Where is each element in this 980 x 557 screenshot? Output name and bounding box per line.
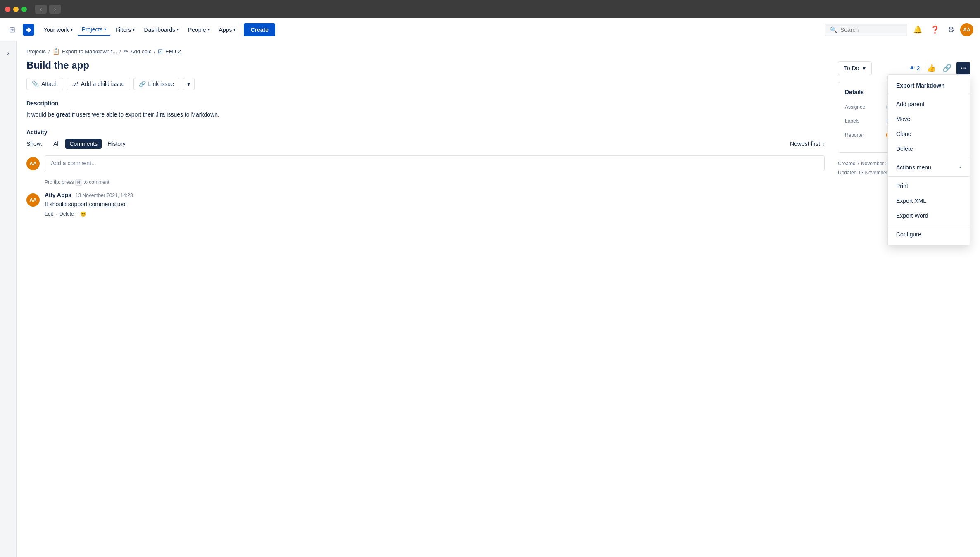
nav-your-work[interactable]: Your work ▾: [39, 24, 77, 36]
search-box[interactable]: 🔍: [825, 24, 907, 36]
reporter-label: Reporter: [845, 132, 886, 138]
avatar[interactable]: AA: [960, 23, 973, 36]
dropdown-configure[interactable]: Configure: [888, 227, 970, 242]
traffic-lights: [5, 7, 27, 12]
chevron-down-icon: ▾: [863, 65, 866, 71]
nav-apps[interactable]: Apps ▾: [215, 24, 240, 36]
notifications-icon[interactable]: 🔔: [911, 23, 925, 37]
issue-title: Build the app: [26, 58, 825, 71]
nav-projects[interactable]: Projects ▾: [78, 24, 111, 36]
dropdown-move[interactable]: Move: [888, 112, 970, 126]
user-avatar: AA: [26, 157, 40, 170]
sidebar-toggle: ›: [0, 41, 17, 557]
dropdown-delete[interactable]: Delete: [888, 141, 970, 156]
create-button[interactable]: Create: [244, 23, 275, 36]
link-issue-button[interactable]: 🔗 Link issue: [133, 78, 179, 90]
assignee-label: Assignee: [845, 104, 886, 110]
activity-header: Show: All Comments History Newest first …: [26, 139, 825, 149]
more-menu-button[interactable]: ···: [956, 62, 970, 74]
forward-button[interactable]: ›: [49, 5, 61, 14]
watchers-button[interactable]: 👁 2: [908, 63, 922, 73]
more-actions-button[interactable]: ▾: [183, 78, 195, 90]
maximize-traffic-light[interactable]: [21, 7, 27, 12]
nav-dashboards[interactable]: Dashboards ▾: [140, 24, 183, 36]
comment-text: It should support comments too!: [45, 200, 825, 209]
dropdown-separator-1: [888, 158, 970, 158]
status-header: To Do ▾ 👁 2 👍 🔗: [838, 61, 970, 75]
emoji-button[interactable]: 😊: [80, 211, 86, 217]
navbar: ⊞ ◆ Your work ▾ Projects ▾ Filters ▾ Das…: [0, 18, 980, 41]
titlebar: ‹ ›: [0, 0, 980, 18]
nav-people[interactable]: People ▾: [184, 24, 214, 36]
dropdown-export-word[interactable]: Export Word: [888, 208, 970, 223]
activity-filters: All Comments History: [49, 139, 130, 149]
search-icon: 🔍: [830, 26, 837, 33]
delete-comment-button[interactable]: Delete: [59, 211, 74, 217]
chevron-down-icon: ▾: [177, 27, 179, 32]
status-button[interactable]: To Do ▾: [838, 61, 872, 75]
sort-button[interactable]: Newest first ↕: [790, 140, 825, 147]
comment-meta: Atly Apps 13 November 2021, 14:23: [45, 192, 825, 198]
breadcrumb-epic[interactable]: Add epic: [131, 48, 152, 55]
chevron-down-icon: ▾: [133, 27, 135, 32]
comment-date: 13 November 2021, 14:23: [76, 193, 133, 198]
nav-items: Your work ▾ Projects ▾ Filters ▾ Dashboa…: [39, 23, 823, 36]
commenter-avatar: AA: [26, 193, 40, 207]
comments-link[interactable]: comments: [89, 201, 116, 207]
close-traffic-light[interactable]: [5, 7, 10, 12]
dropdown-clone[interactable]: Clone: [888, 126, 970, 141]
dropdown-export-markdown[interactable]: Export Markdown: [888, 78, 970, 95]
watchers-count: 2: [917, 65, 920, 71]
comment-input[interactable]: Add a comment...: [45, 155, 825, 171]
filter-all-button[interactable]: All: [49, 139, 64, 149]
comment-author: Atly Apps: [45, 192, 71, 198]
activity-section: Activity Show: All Comments History Newe…: [26, 129, 825, 217]
dropdown-add-parent[interactable]: Add parent: [888, 97, 970, 112]
issue-area: Build the app 📎 Attach ⎇ Add a child iss…: [17, 58, 980, 557]
show-label: Show:: [26, 140, 43, 147]
dropdown-separator-3: [888, 225, 970, 225]
chevron-down-icon: ▾: [71, 27, 73, 32]
nav-filters[interactable]: Filters ▾: [111, 24, 139, 36]
issue-main: Build the app 📎 Attach ⎇ Add a child iss…: [26, 58, 825, 557]
comment-item: AA Atly Apps 13 November 2021, 14:23 It …: [26, 192, 825, 217]
search-input[interactable]: [840, 26, 898, 33]
breadcrumb: Projects / 📋 Export to Markdown f... / ✏…: [17, 41, 980, 58]
description-text: It would be great if users were able to …: [26, 110, 825, 119]
keyboard-shortcut: M: [75, 179, 82, 186]
toggle-sidebar-button[interactable]: ›: [7, 50, 9, 56]
dropdown-actions-menu[interactable]: Actions menu •: [888, 160, 970, 175]
chevron-down-icon: ▾: [208, 27, 210, 32]
back-button[interactable]: ‹: [35, 5, 47, 14]
sort-icon: ↕: [822, 140, 825, 147]
child-icon: ⎇: [72, 81, 78, 87]
paperclip-icon: 📎: [32, 81, 39, 87]
settings-icon[interactable]: ⚙: [945, 23, 957, 37]
breadcrumb-projects[interactable]: Projects: [26, 48, 46, 55]
dropdown-export-xml[interactable]: Export XML: [888, 193, 970, 208]
navbar-right: 🔍 🔔 ❓ ⚙ AA: [825, 23, 973, 37]
share-button[interactable]: 🔗: [941, 62, 953, 74]
comment-input-area: AA Add a comment...: [26, 155, 825, 171]
attach-button[interactable]: 📎 Attach: [26, 78, 63, 90]
main-content: Projects / 📋 Export to Markdown f... / ✏…: [17, 41, 980, 557]
edit-comment-button[interactable]: Edit: [45, 211, 53, 217]
like-button[interactable]: 👍: [925, 62, 937, 74]
filter-history-button[interactable]: History: [103, 139, 130, 149]
labels-label: Labels: [845, 118, 886, 124]
help-icon[interactable]: ❓: [928, 23, 942, 37]
content-area: › Projects / 📋 Export to Markdown f... /…: [0, 41, 980, 557]
breadcrumb-repo[interactable]: Export to Markdown f...: [62, 48, 117, 55]
dropdown-print[interactable]: Print: [888, 179, 970, 193]
dropdown-menu: Export Markdown Add parent Move Clone De…: [887, 74, 970, 245]
minimize-traffic-light[interactable]: [13, 7, 19, 12]
jira-logo: ◆: [23, 24, 34, 36]
chevron-down-icon: ▾: [233, 27, 235, 32]
add-child-issue-button[interactable]: ⎇ Add a child issue: [67, 78, 130, 90]
comment-actions: Edit · Delete · 😊: [45, 211, 825, 217]
filter-comments-button[interactable]: Comments: [65, 139, 102, 149]
pencil-icon: ✏: [124, 48, 128, 55]
repo-icon: 📋: [52, 48, 59, 55]
link-icon: 🔗: [139, 81, 146, 87]
grid-icon[interactable]: ⊞: [7, 23, 18, 37]
